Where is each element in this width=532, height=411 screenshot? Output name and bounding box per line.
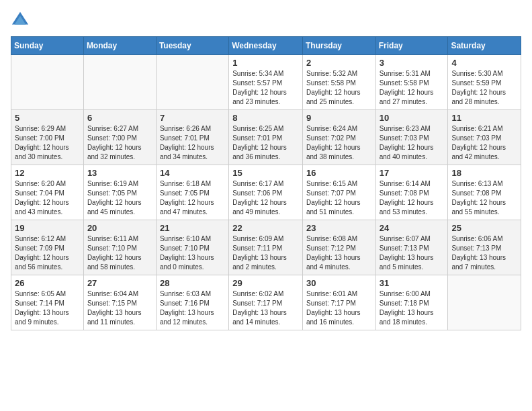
calendar-week-row: 12Sunrise: 6:20 AMSunset: 7:04 PMDayligh… [11, 165, 521, 220]
day-info: Sunrise: 6:29 AMSunset: 7:00 PMDaylight:… [15, 124, 80, 162]
day-number: 22 [232, 223, 299, 233]
day-info: Sunrise: 5:31 AMSunset: 5:58 PMDaylight:… [380, 69, 445, 107]
calendar-day-16: 16Sunrise: 6:15 AMSunset: 7:07 PMDayligh… [302, 165, 375, 220]
weekday-header-sunday: Sunday [11, 37, 84, 55]
weekday-header-row: SundayMondayTuesdayWednesdayThursdayFrid… [11, 37, 521, 55]
day-number: 9 [306, 113, 372, 123]
calendar-day-11: 11Sunrise: 6:21 AMSunset: 7:03 PMDayligh… [448, 110, 521, 165]
day-number: 10 [380, 113, 445, 123]
day-number: 13 [87, 168, 152, 178]
calendar-day-17: 17Sunrise: 6:14 AMSunset: 7:08 PMDayligh… [375, 165, 448, 220]
day-number: 31 [380, 278, 445, 288]
calendar-empty-cell [448, 275, 521, 330]
calendar-table: SundayMondayTuesdayWednesdayThursdayFrid… [11, 36, 521, 330]
calendar-day-8: 8Sunrise: 6:25 AMSunset: 7:01 PMDaylight… [229, 110, 303, 165]
calendar-day-26: 26Sunrise: 6:05 AMSunset: 7:14 PMDayligh… [11, 275, 84, 330]
calendar-day-4: 4Sunrise: 5:30 AMSunset: 5:59 PMDaylight… [448, 55, 521, 110]
day-info: Sunrise: 6:07 AMSunset: 7:13 PMDaylight:… [380, 234, 445, 272]
day-number: 2 [306, 58, 372, 68]
weekday-header-tuesday: Tuesday [156, 37, 228, 55]
day-number: 26 [15, 278, 80, 288]
day-info: Sunrise: 6:24 AMSunset: 7:02 PMDaylight:… [306, 124, 372, 162]
calendar-day-30: 30Sunrise: 6:01 AMSunset: 7:17 PMDayligh… [302, 275, 375, 330]
weekday-header-wednesday: Wednesday [229, 37, 303, 55]
calendar-empty-cell [83, 55, 156, 110]
day-info: Sunrise: 6:18 AMSunset: 7:05 PMDaylight:… [160, 179, 225, 217]
day-info: Sunrise: 6:09 AMSunset: 7:11 PMDaylight:… [232, 234, 299, 272]
day-info: Sunrise: 6:06 AMSunset: 7:13 PMDaylight:… [451, 234, 517, 272]
day-info: Sunrise: 6:23 AMSunset: 7:03 PMDaylight:… [380, 124, 445, 162]
day-number: 16 [306, 168, 372, 178]
logo-icon [11, 11, 30, 30]
day-info: Sunrise: 6:21 AMSunset: 7:03 PMDaylight:… [451, 124, 517, 162]
day-info: Sunrise: 6:19 AMSunset: 7:05 PMDaylight:… [87, 179, 152, 217]
day-number: 18 [451, 168, 517, 178]
day-number: 28 [160, 278, 225, 288]
weekday-header-monday: Monday [83, 37, 156, 55]
day-number: 19 [15, 223, 80, 233]
day-info: Sunrise: 6:00 AMSunset: 7:18 PMDaylight:… [380, 289, 445, 327]
calendar-week-row: 26Sunrise: 6:05 AMSunset: 7:14 PMDayligh… [11, 275, 521, 330]
day-info: Sunrise: 6:04 AMSunset: 7:15 PMDaylight:… [87, 289, 152, 327]
calendar-day-28: 28Sunrise: 6:03 AMSunset: 7:16 PMDayligh… [156, 275, 228, 330]
calendar-day-10: 10Sunrise: 6:23 AMSunset: 7:03 PMDayligh… [375, 110, 448, 165]
calendar-day-3: 3Sunrise: 5:31 AMSunset: 5:58 PMDaylight… [375, 55, 448, 110]
day-number: 12 [15, 168, 80, 178]
day-info: Sunrise: 6:13 AMSunset: 7:08 PMDaylight:… [451, 179, 517, 217]
day-number: 6 [87, 113, 152, 123]
calendar-day-1: 1Sunrise: 5:34 AMSunset: 5:57 PMDaylight… [229, 55, 303, 110]
day-info: Sunrise: 6:11 AMSunset: 7:10 PMDaylight:… [87, 234, 152, 272]
calendar-day-20: 20Sunrise: 6:11 AMSunset: 7:10 PMDayligh… [83, 220, 156, 275]
calendar-day-9: 9Sunrise: 6:24 AMSunset: 7:02 PMDaylight… [302, 110, 375, 165]
day-number: 20 [87, 223, 152, 233]
weekday-header-friday: Friday [375, 37, 448, 55]
day-number: 14 [160, 168, 225, 178]
calendar-week-row: 5Sunrise: 6:29 AMSunset: 7:00 PMDaylight… [11, 110, 521, 165]
calendar-day-27: 27Sunrise: 6:04 AMSunset: 7:15 PMDayligh… [83, 275, 156, 330]
calendar-day-18: 18Sunrise: 6:13 AMSunset: 7:08 PMDayligh… [448, 165, 521, 220]
day-info: Sunrise: 6:08 AMSunset: 7:12 PMDaylight:… [306, 234, 372, 272]
calendar-day-13: 13Sunrise: 6:19 AMSunset: 7:05 PMDayligh… [83, 165, 156, 220]
day-info: Sunrise: 6:05 AMSunset: 7:14 PMDaylight:… [15, 289, 80, 327]
calendar-empty-cell [11, 55, 84, 110]
day-info: Sunrise: 6:25 AMSunset: 7:01 PMDaylight:… [232, 124, 299, 162]
logo [11, 11, 32, 30]
day-info: Sunrise: 6:10 AMSunset: 7:10 PMDaylight:… [160, 234, 225, 272]
calendar-empty-cell [156, 55, 228, 110]
day-info: Sunrise: 5:30 AMSunset: 5:59 PMDaylight:… [451, 69, 517, 107]
day-info: Sunrise: 5:32 AMSunset: 5:58 PMDaylight:… [306, 69, 372, 107]
calendar-day-19: 19Sunrise: 6:12 AMSunset: 7:09 PMDayligh… [11, 220, 84, 275]
calendar-day-15: 15Sunrise: 6:17 AMSunset: 7:06 PMDayligh… [229, 165, 303, 220]
day-number: 17 [380, 168, 445, 178]
day-number: 4 [451, 58, 517, 68]
calendar-day-14: 14Sunrise: 6:18 AMSunset: 7:05 PMDayligh… [156, 165, 228, 220]
day-number: 5 [15, 113, 80, 123]
day-info: Sunrise: 6:20 AMSunset: 7:04 PMDaylight:… [15, 179, 80, 217]
calendar-week-row: 19Sunrise: 6:12 AMSunset: 7:09 PMDayligh… [11, 220, 521, 275]
day-number: 7 [160, 113, 225, 123]
day-info: Sunrise: 6:12 AMSunset: 7:09 PMDaylight:… [15, 234, 80, 272]
calendar-day-21: 21Sunrise: 6:10 AMSunset: 7:10 PMDayligh… [156, 220, 228, 275]
calendar-day-7: 7Sunrise: 6:26 AMSunset: 7:01 PMDaylight… [156, 110, 228, 165]
day-number: 29 [232, 278, 299, 288]
day-number: 25 [451, 223, 517, 233]
day-number: 1 [232, 58, 299, 68]
day-number: 3 [380, 58, 445, 68]
calendar-day-12: 12Sunrise: 6:20 AMSunset: 7:04 PMDayligh… [11, 165, 84, 220]
calendar-day-29: 29Sunrise: 6:02 AMSunset: 7:17 PMDayligh… [229, 275, 303, 330]
calendar-day-6: 6Sunrise: 6:27 AMSunset: 7:00 PMDaylight… [83, 110, 156, 165]
day-info: Sunrise: 6:17 AMSunset: 7:06 PMDaylight:… [232, 179, 299, 217]
calendar-day-31: 31Sunrise: 6:00 AMSunset: 7:18 PMDayligh… [375, 275, 448, 330]
calendar-day-25: 25Sunrise: 6:06 AMSunset: 7:13 PMDayligh… [448, 220, 521, 275]
day-info: Sunrise: 5:34 AMSunset: 5:57 PMDaylight:… [232, 69, 299, 107]
day-info: Sunrise: 6:03 AMSunset: 7:16 PMDaylight:… [160, 289, 225, 327]
calendar-day-2: 2Sunrise: 5:32 AMSunset: 5:58 PMDaylight… [302, 55, 375, 110]
day-info: Sunrise: 6:01 AMSunset: 7:17 PMDaylight:… [306, 289, 372, 327]
calendar-day-23: 23Sunrise: 6:08 AMSunset: 7:12 PMDayligh… [302, 220, 375, 275]
day-info: Sunrise: 6:15 AMSunset: 7:07 PMDaylight:… [306, 179, 372, 217]
day-number: 8 [232, 113, 299, 123]
day-info: Sunrise: 6:26 AMSunset: 7:01 PMDaylight:… [160, 124, 225, 162]
day-number: 30 [306, 278, 372, 288]
calendar-day-24: 24Sunrise: 6:07 AMSunset: 7:13 PMDayligh… [375, 220, 448, 275]
day-number: 23 [306, 223, 372, 233]
